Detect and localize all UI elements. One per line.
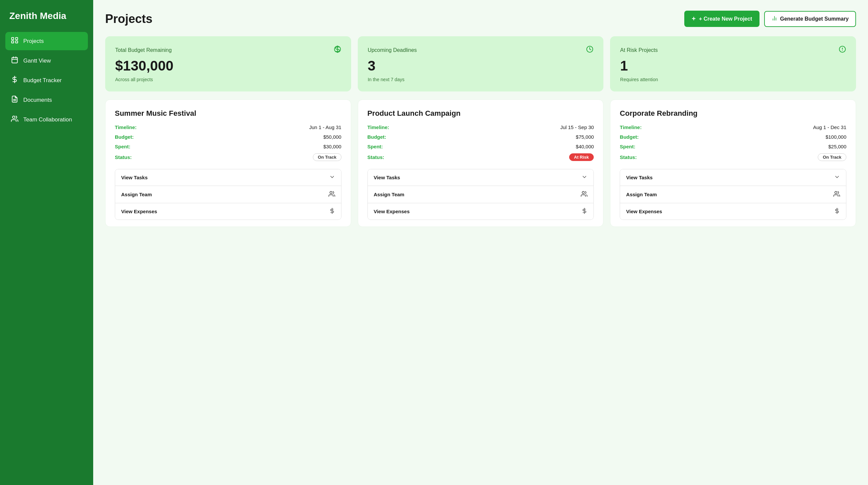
detail-row-status-0: Status: On Track: [115, 153, 341, 161]
stat-budget-value: $130,000: [115, 58, 341, 73]
sidebar-item-projects-label: Projects: [23, 38, 43, 44]
clock-stat-icon: [586, 45, 593, 55]
detail-row-spent-2: Spent: $25,000: [620, 144, 846, 149]
view-expenses-btn-2[interactable]: View Expenses: [620, 203, 846, 220]
chevron-down-icon-1: [582, 174, 587, 181]
sidebar: Zenith Media Projects Gantt View: [0, 0, 93, 485]
sidebar-item-documents[interactable]: Documents: [5, 91, 88, 109]
status-badge-1: At Risk: [569, 153, 594, 161]
dollar-icon-1: [582, 208, 587, 215]
stat-deadlines-sub: In the next 7 days: [368, 77, 594, 82]
timeline-value-1: Jul 15 - Sep 30: [560, 124, 594, 130]
status-label-1: Status:: [367, 154, 384, 160]
detail-row-timeline-2: Timeline: Aug 1 - Dec 31: [620, 124, 846, 130]
detail-row-status-1: Status: At Risk: [367, 153, 594, 161]
project-card-0: Summer Music Festival Timeline: Jun 1 - …: [105, 99, 351, 227]
chevron-down-icon-2: [834, 174, 840, 181]
view-expenses-btn-0[interactable]: View Expenses: [115, 203, 341, 220]
detail-row-status-2: Status: On Track: [620, 153, 846, 161]
stat-deadlines-value: 3: [368, 58, 594, 73]
project-title-0: Summer Music Festival: [115, 109, 341, 118]
view-expenses-btn-1[interactable]: View Expenses: [368, 203, 594, 220]
sidebar-item-budget[interactable]: Budget Tracker: [5, 71, 88, 90]
assign-team-btn-1[interactable]: Assign Team: [368, 186, 594, 203]
sidebar-item-budget-label: Budget Tracker: [23, 77, 62, 84]
view-tasks-btn-1[interactable]: View Tasks: [368, 169, 594, 186]
card-actions-1: View Tasks Assign Team View Expenses: [367, 169, 594, 220]
sidebar-nav: Projects Gantt View Budget Tracker: [0, 32, 93, 129]
stat-card-deadlines: Upcoming Deadlines 3 In the next 7 days: [358, 36, 604, 92]
stat-atrisk-sub: Requires attention: [620, 77, 846, 82]
main-content: Projects + + Create New Project Generate…: [93, 0, 868, 485]
project-card-2: Corporate Rebranding Timeline: Aug 1 - D…: [610, 99, 856, 227]
stat-card-header-deadlines: Upcoming Deadlines: [368, 45, 594, 55]
stat-budget-sub: Across all projects: [115, 77, 341, 82]
stat-card-header-budget: Total Budget Remaining: [115, 45, 341, 55]
project-details-0: Timeline: Jun 1 - Aug 31 Budget: $50,000…: [115, 124, 341, 161]
assign-team-btn-0[interactable]: Assign Team: [115, 186, 341, 203]
view-tasks-label-2: View Tasks: [626, 175, 653, 180]
page-title: Projects: [105, 12, 152, 26]
sidebar-item-gantt[interactable]: Gantt View: [5, 52, 88, 70]
stat-atrisk-value: 1: [620, 58, 846, 73]
users-icon-1: [581, 191, 587, 198]
spent-label-0: Spent:: [115, 144, 130, 149]
stat-atrisk-label: At Risk Projects: [620, 47, 658, 53]
sidebar-item-team[interactable]: Team Collaboration: [5, 110, 88, 129]
plus-icon: +: [692, 15, 695, 23]
timeline-label-1: Timeline:: [367, 124, 390, 130]
sidebar-item-gantt-label: Gantt View: [23, 58, 51, 64]
assign-team-label-1: Assign Team: [374, 192, 404, 197]
svg-rect-4: [12, 58, 18, 63]
users-icon-0: [329, 191, 335, 198]
status-label-0: Status:: [115, 154, 132, 160]
view-tasks-btn-2[interactable]: View Tasks: [620, 169, 846, 186]
create-project-button[interactable]: + + Create New Project: [684, 11, 759, 27]
gantt-icon: [11, 56, 19, 65]
app-logo: Zenith Media: [0, 0, 93, 32]
detail-row-budget-2: Budget: $100,000: [620, 134, 846, 140]
view-expenses-label-0: View Expenses: [121, 208, 157, 214]
svg-rect-1: [16, 38, 18, 40]
detail-row-spent-1: Spent: $40,000: [367, 144, 594, 149]
generate-budget-button[interactable]: Generate Budget Summary: [764, 11, 856, 27]
header-actions: + + Create New Project Generate Budget S…: [684, 11, 856, 27]
svg-point-11: [13, 116, 15, 119]
budget-label-2: Budget:: [620, 134, 639, 140]
detail-row-budget-0: Budget: $50,000: [115, 134, 341, 140]
detail-row-spent-0: Spent: $30,000: [115, 144, 341, 149]
svg-rect-3: [16, 41, 18, 43]
assign-team-btn-2[interactable]: Assign Team: [620, 186, 846, 203]
project-details-1: Timeline: Jul 15 - Sep 30 Budget: $75,00…: [367, 124, 594, 161]
stat-deadlines-label: Upcoming Deadlines: [368, 47, 417, 53]
stat-card-header-atrisk: At Risk Projects: [620, 45, 846, 55]
view-tasks-btn-0[interactable]: View Tasks: [115, 169, 341, 186]
svg-rect-2: [12, 41, 13, 43]
timeline-label-0: Timeline:: [115, 124, 137, 130]
view-tasks-label-1: View Tasks: [374, 175, 400, 180]
project-title-2: Corporate Rebranding: [620, 109, 846, 118]
budget-value-1: $75,000: [576, 134, 594, 140]
spent-label-2: Spent:: [620, 144, 636, 149]
card-actions-0: View Tasks Assign Team View Expenses: [115, 169, 341, 220]
timeline-label-2: Timeline:: [620, 124, 642, 130]
budget-value-2: $100,000: [826, 134, 846, 140]
create-project-label: + Create New Project: [699, 16, 752, 22]
budget-label-1: Budget:: [367, 134, 386, 140]
page-header: Projects + + Create New Project Generate…: [105, 11, 856, 27]
sidebar-item-projects[interactable]: Projects: [5, 32, 88, 50]
assign-team-label-2: Assign Team: [626, 192, 657, 197]
users-icon-2: [833, 191, 840, 198]
sidebar-item-documents-label: Documents: [23, 97, 52, 103]
status-label-2: Status:: [620, 154, 637, 160]
dollar-icon-2: [834, 208, 840, 215]
stat-card-atrisk: At Risk Projects 1 Requires attention: [610, 36, 856, 92]
status-badge-0: On Track: [313, 153, 341, 161]
stat-card-budget: Total Budget Remaining $130,000 Across a…: [105, 36, 351, 92]
budget-icon: [11, 76, 19, 85]
projects-icon: [11, 37, 19, 45]
projects-row: Summer Music Festival Timeline: Jun 1 - …: [105, 99, 856, 227]
assign-team-label-0: Assign Team: [121, 192, 152, 197]
chevron-down-icon-0: [329, 174, 335, 181]
status-badge-2: On Track: [818, 153, 846, 161]
